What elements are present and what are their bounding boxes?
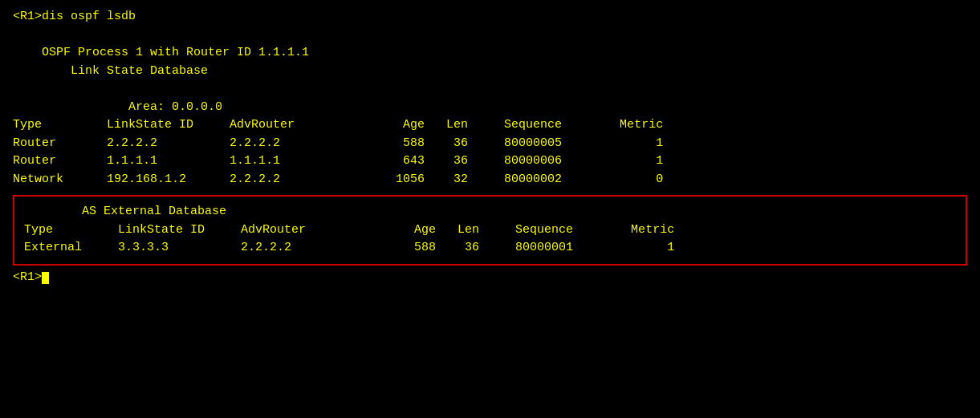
external-table-row: External 3.3.3.3 2.2.2.2 588 36 80000001… [24, 239, 956, 258]
table-row: Router 2.2.2.2 2.2.2.2 588 36 80000005 1 [13, 135, 967, 153]
command-line: <R1>dis ospf lsdb [13, 8, 967, 26]
table-row: Router 1.1.1.1 1.1.1.1 643 36 80000006 1 [13, 152, 967, 171]
main-table-headers: Type LinkState ID AdvRouter Age Len Sequ… [13, 116, 967, 135]
end-prompt: <R1> [13, 269, 967, 287]
external-table-headers: Type LinkState ID AdvRouter Age Len Sequ… [24, 221, 956, 240]
external-title: AS External Database [24, 203, 956, 221]
table-row: Network 192.168.1.2 2.2.2.2 1056 32 8000… [13, 171, 967, 189]
ospf-header: OSPF Process 1 with Router ID 1.1.1.1 [13, 44, 967, 63]
area-label: Area: 0.0.0.0 [13, 99, 967, 117]
terminal-window: <R1>dis ospf lsdb OSPF Process 1 with Ro… [13, 8, 967, 410]
lsdb-header: Link State Database [13, 63, 967, 81]
cursor [42, 272, 49, 284]
external-database-section: AS External Database Type LinkState ID A… [13, 195, 967, 266]
